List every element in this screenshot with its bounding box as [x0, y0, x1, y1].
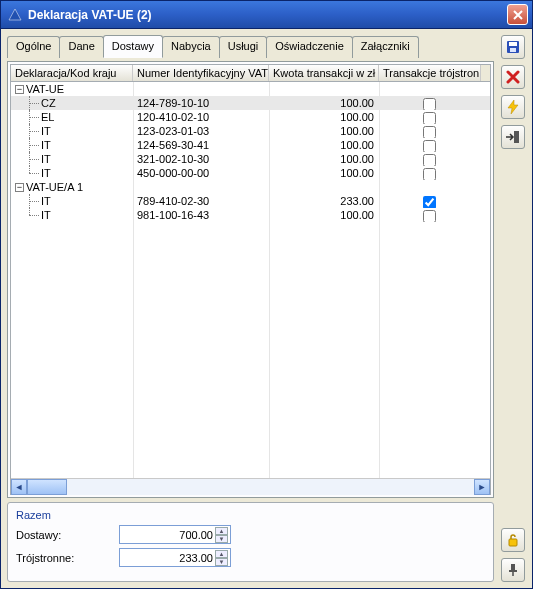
trojstronne-value[interactable]: 233.00 ▲▼: [119, 548, 231, 567]
trojstronne-value-text: 233.00: [179, 552, 213, 564]
amount-cell: 100.00: [269, 208, 379, 222]
table-row[interactable]: IT789-410-02-30233.00: [11, 194, 490, 208]
tab-dostawy[interactable]: Dostawy: [103, 35, 163, 58]
summary-legend: Razem: [16, 509, 485, 521]
group-label: VAT-UE/A 1: [26, 180, 83, 194]
tri-checkbox[interactable]: [423, 154, 436, 166]
tri-checkbox[interactable]: [423, 196, 436, 208]
tree-line-icon: [25, 194, 41, 208]
import-icon: [505, 129, 521, 145]
group-row[interactable]: − VAT-UE/A 1: [11, 180, 490, 194]
tree-line-icon: [25, 96, 41, 110]
table-row[interactable]: IT321-002-10-30100.00: [11, 152, 490, 166]
table-row[interactable]: IT981-100-16-43100.00: [11, 208, 490, 222]
scroll-track[interactable]: [27, 479, 474, 495]
pin-button[interactable]: [501, 558, 525, 582]
horizontal-scrollbar[interactable]: ◄ ►: [11, 478, 490, 494]
vat-cell: 789-410-02-30: [133, 194, 269, 208]
group-label: VAT-UE: [26, 82, 64, 96]
tri-checkbox[interactable]: [423, 168, 436, 180]
tri-cell: [379, 124, 481, 138]
tab-ogólne[interactable]: Ogólne: [7, 36, 60, 58]
group-cell: − VAT-UE: [11, 82, 133, 96]
vat-cell: 450-000-00-00: [133, 166, 269, 180]
tree-line-icon: [25, 124, 41, 138]
trojstronne-spinner[interactable]: ▲▼: [215, 550, 228, 566]
tab-dane[interactable]: Dane: [59, 36, 103, 58]
spin-up-icon[interactable]: ▲: [215, 527, 228, 535]
col-header-vat[interactable]: Numer Identyfikacyjny VAT: [133, 65, 269, 81]
col-header-amount[interactable]: Kwota transakcji w zł: [269, 65, 379, 81]
body: OgólneDaneDostawyNabyciaUsługiOświadczen…: [1, 29, 532, 588]
close-button[interactable]: [507, 4, 528, 25]
country-code: IT: [41, 152, 51, 166]
save-button[interactable]: [501, 35, 525, 59]
col-header-tri[interactable]: Transakcje trójstronne: [379, 65, 481, 81]
tri-cell: [379, 208, 481, 222]
summary-box: Razem Dostawy: 700.00 ▲▼ Trójstronne: 23…: [7, 502, 494, 582]
tri-cell: [379, 110, 481, 124]
tab-usługi[interactable]: Usługi: [219, 36, 268, 58]
svg-rect-6: [509, 539, 517, 546]
tree-line-icon: [25, 208, 41, 222]
svg-marker-0: [9, 9, 21, 20]
vat-cell: 124-789-10-10: [133, 96, 269, 110]
tri-checkbox[interactable]: [423, 126, 436, 138]
delete-button[interactable]: [501, 65, 525, 89]
tri-checkbox[interactable]: [423, 112, 436, 124]
tri-cell: [379, 96, 481, 110]
expand-toggle[interactable]: −: [15, 85, 24, 94]
dostawy-spinner[interactable]: ▲▼: [215, 527, 228, 543]
spin-up-icon[interactable]: ▲: [215, 550, 228, 558]
save-icon: [505, 39, 521, 55]
tree-line-icon: [25, 110, 41, 124]
table-row[interactable]: IT124-569-30-41100.00: [11, 138, 490, 152]
country-code: IT: [41, 166, 51, 180]
table-row[interactable]: IT450-000-00-00100.00: [11, 166, 490, 180]
spin-down-icon[interactable]: ▼: [215, 558, 228, 566]
vat-cell: 120-410-02-10: [133, 110, 269, 124]
scroll-left-icon[interactable]: ◄: [11, 479, 27, 495]
col-header-country[interactable]: Deklaracja/Kod kraju: [11, 65, 133, 81]
tri-cell: [379, 138, 481, 152]
lock-button[interactable]: [501, 528, 525, 552]
amount-cell: 100.00: [269, 96, 379, 110]
scroll-right-icon[interactable]: ►: [474, 479, 490, 495]
recalc-button[interactable]: [501, 95, 525, 119]
tri-checkbox[interactable]: [423, 140, 436, 152]
country-code: IT: [41, 138, 51, 152]
tri-checkbox[interactable]: [423, 98, 436, 110]
tab-panel-dostawy: Deklaracja/Kod kraju Numer Identyfikacyj…: [7, 61, 494, 498]
main-column: OgólneDaneDostawyNabyciaUsługiOświadczen…: [7, 35, 494, 582]
tree-line-icon: [25, 166, 41, 180]
tab-załączniki[interactable]: Załączniki: [352, 36, 419, 58]
country-cell: CZ: [11, 96, 133, 110]
country-code: IT: [41, 124, 51, 138]
tab-nabycia[interactable]: Nabycia: [162, 36, 220, 58]
titlebar: Deklaracja VAT-UE (2): [1, 1, 532, 29]
amount-cell: 100.00: [269, 138, 379, 152]
group-cell: − VAT-UE/A 1: [11, 180, 133, 194]
svg-rect-5: [514, 131, 519, 143]
amount-cell: 100.00: [269, 152, 379, 166]
svg-rect-7: [511, 564, 515, 570]
table-row[interactable]: IT123-023-01-03100.00: [11, 124, 490, 138]
tri-checkbox[interactable]: [423, 210, 436, 222]
tri-cell: [379, 166, 481, 180]
svg-rect-9: [512, 572, 514, 576]
import-button[interactable]: [501, 125, 525, 149]
grid-header: Deklaracja/Kod kraju Numer Identyfikacyj…: [11, 65, 490, 82]
tab-oświadczenie[interactable]: Oświadczenie: [266, 36, 352, 58]
scroll-thumb[interactable]: [27, 479, 67, 495]
grid: Deklaracja/Kod kraju Numer Identyfikacyj…: [10, 64, 491, 495]
spin-down-icon[interactable]: ▼: [215, 535, 228, 543]
dostawy-value[interactable]: 700.00 ▲▼: [119, 525, 231, 544]
table-row[interactable]: CZ124-789-10-10100.00: [11, 96, 490, 110]
table-row[interactable]: EL120-410-02-10100.00: [11, 110, 490, 124]
delete-icon: [505, 69, 521, 85]
group-row[interactable]: − VAT-UE: [11, 82, 490, 96]
svg-rect-8: [509, 570, 517, 572]
expand-toggle[interactable]: −: [15, 183, 24, 192]
cell: [133, 180, 269, 194]
lightning-icon: [505, 99, 521, 115]
